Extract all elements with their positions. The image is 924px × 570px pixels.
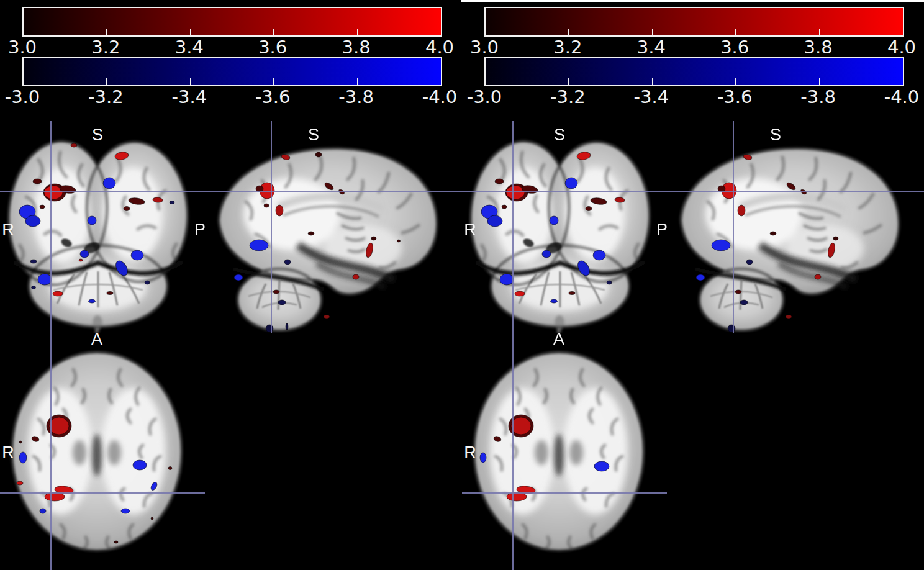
activation-blob: [168, 467, 172, 470]
coronal-slice-canvas[interactable]: [462, 121, 667, 333]
activation-blob: [815, 274, 821, 279]
activation-blob: [276, 205, 283, 216]
axial-slice-canvas[interactable]: [0, 333, 205, 570]
colorbar-tick-label: -3.2: [550, 86, 586, 107]
activation-blob: [502, 205, 507, 209]
activation-blob: [133, 460, 147, 470]
crosshair-vertical-line: [271, 121, 272, 333]
activation-blob: [507, 492, 527, 501]
colorbar-tick-label: -3.8: [800, 86, 836, 107]
colorbar-tick: [652, 78, 653, 85]
colorbar-tick-label: -3.4: [172, 86, 207, 107]
activation-blob: [45, 492, 65, 501]
colorbar-tick: [190, 29, 191, 35]
ortho-panel-right: 3.03.23.43.63.84.0 -3.0-3.2-3.4-3.6-3.8-…: [462, 0, 924, 570]
colorbar-tick-label: 4.0: [425, 37, 454, 58]
colorbar-tick: [652, 29, 653, 35]
activation-blob: [542, 250, 551, 258]
axial-slice-canvas[interactable]: [462, 333, 667, 570]
activation-blob: [515, 291, 525, 296]
activation-blob: [593, 250, 605, 260]
activation-blob: [170, 201, 174, 204]
positive-colorbar: [22, 7, 442, 37]
colorbar-tick-label: 3.6: [720, 37, 749, 58]
activation-blob: [712, 240, 730, 251]
colorbar-tick: [357, 29, 358, 35]
colorbar-tick-label: -3.4: [634, 86, 669, 107]
colorbar-tick-label: 3.4: [637, 37, 666, 58]
activation-blob: [594, 461, 609, 471]
crosshair-horizontal-line: [0, 492, 205, 494]
activation-blob: [273, 290, 279, 294]
colorbar-tick-label: 3.2: [553, 37, 582, 58]
activation-blob: [786, 315, 792, 319]
sagittal-slice-canvas[interactable]: [667, 121, 924, 333]
activation-blob: [33, 179, 42, 184]
activation-blob: [19, 441, 22, 443]
activation-blob: [88, 216, 96, 225]
activation-blob: [32, 286, 36, 289]
colorbar-tick: [273, 78, 274, 85]
colorbar-tick-label: 3.0: [470, 37, 499, 58]
activation-blob: [487, 215, 502, 227]
activation-blob: [550, 216, 558, 225]
activation-blob: [89, 299, 96, 303]
activation-blob: [770, 232, 776, 235]
crosshair-vertical-line: [733, 121, 734, 333]
activation-blob: [746, 260, 753, 265]
sagittal-posterior-label: P: [194, 220, 206, 240]
colorbar-tick-label: -3.6: [255, 86, 291, 107]
sagittal-posterior-label: P: [656, 220, 668, 240]
sagittal-superior-label: S: [308, 125, 319, 145]
sagittal-superior-label: S: [770, 125, 781, 145]
colorbar-tick-label: 3.8: [804, 37, 833, 58]
crosshair-horizontal-line: [0, 191, 462, 192]
colorbar-tick-label: -3.6: [717, 86, 753, 107]
negative-colorbar-labels: -3.0-3.2-3.4-3.6-3.8-4.0: [484, 86, 902, 105]
colorbar-tick: [819, 78, 820, 85]
colorbar-tick: [568, 78, 569, 85]
activation-blob: [38, 274, 52, 285]
coronal-superior-label: S: [92, 125, 103, 145]
activation-blob: [284, 260, 291, 265]
activation-blob: [53, 291, 63, 296]
colorbar-tick-label: 4.0: [887, 37, 916, 58]
negative-colorbar: [22, 57, 442, 86]
activation-blob: [833, 237, 838, 240]
activation-blob: [308, 232, 314, 235]
activation-blob: [264, 204, 269, 207]
activation-blob: [71, 143, 77, 147]
activation-blob: [565, 178, 578, 189]
colorbar-tick-label: -3.0: [467, 86, 502, 107]
negative-colorbar: [484, 57, 904, 86]
ortho-panel-left: 3.03.23.43.63.84.0 -3.0-3.2-3.4-3.6-3.8-…: [0, 0, 462, 570]
axial-right-label: R: [464, 443, 476, 463]
activation-blob: [495, 179, 504, 184]
colorbar-tick-label: 3.0: [8, 37, 37, 58]
colorbar-tick-label: 3.2: [91, 37, 120, 58]
colorbar-tick-label: 3.6: [258, 37, 287, 58]
activation-blob: [286, 323, 288, 330]
activation-blob: [371, 237, 376, 240]
activation-blob: [103, 178, 116, 189]
viewer-stage: 3.03.23.43.63.84.0 -3.0-3.2-3.4-3.6-3.8-…: [0, 0, 924, 570]
activation-blob: [19, 452, 27, 463]
activation-blob: [728, 325, 735, 332]
colorbar-tick: [273, 29, 274, 35]
activation-blob: [353, 274, 359, 279]
activation-blob: [397, 240, 401, 242]
activation-blob: [738, 205, 745, 216]
activation-blob: [114, 541, 118, 543]
activation-blob: [500, 274, 514, 285]
colorbar-tick: [357, 78, 358, 85]
sagittal-slice-canvas[interactable]: [205, 121, 462, 333]
activation-blob: [315, 152, 322, 157]
activation-blob: [250, 240, 268, 251]
axial-right-label: R: [2, 443, 14, 463]
colorbar-tick-label: -4.0: [422, 86, 458, 107]
coronal-slice-canvas[interactable]: [0, 121, 205, 333]
activation-blob: [234, 274, 243, 281]
activation-blob: [25, 215, 40, 227]
colorbar-tick: [735, 78, 736, 85]
colorbar-tick-label: 3.8: [342, 37, 371, 58]
